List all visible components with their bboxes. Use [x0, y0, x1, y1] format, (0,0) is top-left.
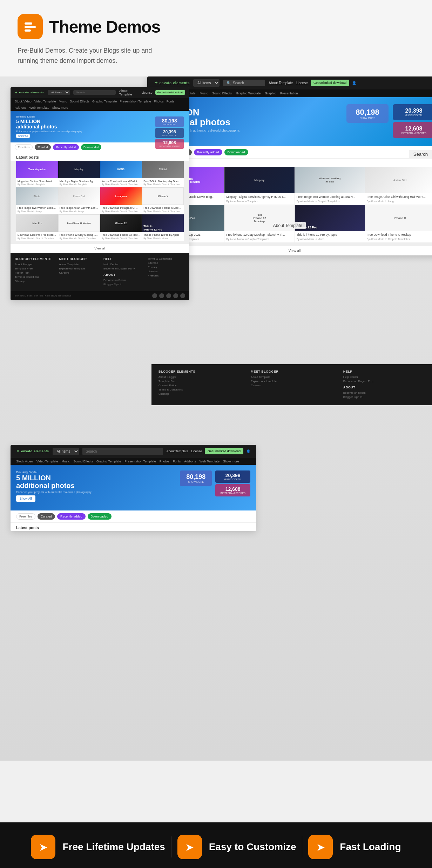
hero-btn-bottom[interactable]: Show All [16, 495, 35, 502]
footer-r-about-blogger[interactable]: About Blogger [158, 375, 240, 379]
subnav-pres-left[interactable]: Presentation Template [120, 100, 151, 103]
footer-r-terms[interactable]: Terms & Conditions [158, 388, 240, 391]
about-template-link-left[interactable]: About Template [119, 89, 139, 96]
social-dot-2[interactable] [159, 293, 164, 298]
filter-recently-bottom[interactable]: Recently added [57, 513, 86, 520]
subnav-stock-left[interactable]: Stock Video [15, 100, 32, 103]
unlimited-btn-bottom[interactable]: Get unlimited download [205, 448, 243, 454]
filter-free-left[interactable]: Free files [15, 144, 33, 150]
subnav-sound-right[interactable]: Sound Effects [212, 92, 232, 95]
subnav-graphic-right[interactable]: Graphic [265, 92, 276, 95]
footer-r-blogger-sign[interactable]: Blogger Sign In [343, 395, 425, 399]
subnav-b-graphic[interactable]: Graphic Template [96, 460, 121, 463]
about-template-bottom[interactable]: About Template [167, 449, 188, 453]
footer-r-explore[interactable]: Explore our template [251, 380, 332, 383]
grid-l-12: This isiPhone 12 Pro This is iPhone 12 P… [142, 214, 184, 241]
img-l-7: Instagram [100, 187, 142, 205]
filter-downloaded-right[interactable]: Downloaded [224, 149, 248, 155]
social-dot-1[interactable] [152, 293, 157, 298]
footer-r-careers[interactable]: Careers [251, 384, 332, 387]
all-items-dropdown-right[interactable]: All Items [193, 79, 220, 87]
subnav-music-right[interactable]: Music [200, 92, 208, 95]
all-items-dropdown-left[interactable]: All Items [48, 90, 70, 95]
footer-link-freebies[interactable]: Freebies [148, 274, 185, 277]
filter-curated-left[interactable]: Curated [35, 144, 51, 150]
footer-link-license[interactable]: License [148, 270, 185, 273]
license-bottom[interactable]: License [191, 449, 202, 453]
subnav-video-left[interactable]: Video Template [34, 100, 56, 103]
social-dot-5[interactable] [180, 293, 185, 298]
social-dot-4[interactable] [173, 293, 178, 298]
footer-r-dugem[interactable]: Become an Dugem Pa... [343, 380, 425, 383]
subnav-b-pres[interactable]: Presentation Template [124, 460, 156, 463]
screenshot-bottom: ✦ envato elements All Items About Templa… [11, 445, 256, 531]
search-bottom[interactable] [82, 448, 163, 455]
social-dot-3[interactable] [166, 293, 171, 298]
footer-r-sitemap[interactable]: Sitemap [158, 392, 240, 395]
footer-link-footer-post[interactable]: Footer Post [15, 271, 52, 274]
footer-link-terms2[interactable]: Terms & Conditions [148, 257, 185, 260]
filter-downloaded-left[interactable]: Downloaded [81, 144, 101, 150]
subnav-graphic-left[interactable]: Graphic Template [92, 100, 117, 103]
all-items-bottom[interactable]: All Items [53, 448, 79, 455]
subnav-sound-left[interactable]: Sound Effects [70, 100, 89, 103]
unlimited-btn-right[interactable]: Get unlimited download [311, 80, 349, 86]
subnav-presentation-right[interactable]: Presentation [280, 92, 298, 95]
footer-r-content[interactable]: Content Policy [158, 384, 240, 387]
svg-rect-0 [25, 22, 32, 25]
user-icon-bottom[interactable]: 👤 [246, 449, 250, 453]
footer-link-careers[interactable]: Careers [59, 271, 97, 274]
footer-link-room[interactable]: Become an Room [103, 279, 141, 282]
filters-bar-right: Free files Curated Recently added Downlo… [147, 146, 432, 159]
footer-r-room[interactable]: Become an Room [343, 391, 425, 394]
subnav-web-left[interactable]: Web Template [29, 106, 49, 109]
footer-r-template-free[interactable]: Template Free [158, 380, 240, 383]
view-all-left[interactable]: View all [11, 244, 189, 253]
subnav-b-video[interactable]: Video Template [36, 460, 58, 463]
hero-btn-left[interactable]: Show All [16, 134, 30, 138]
footer-link-template-free[interactable]: Template Free [15, 267, 52, 270]
subnav-b-web[interactable]: Web Template [200, 460, 220, 463]
envato-logo-bottom: ✦ envato elements [16, 449, 49, 454]
search-icon-right: 🔍 [227, 81, 231, 85]
footer-link-about-blogger[interactable]: About Blogger [15, 263, 52, 266]
filter-curated-bottom[interactable]: Curated [38, 513, 55, 520]
filter-free-bottom[interactable]: Free files [16, 513, 35, 520]
subnav-b-more[interactable]: Show more [223, 460, 239, 463]
subnav-b-stock[interactable]: Stock Video [16, 460, 33, 463]
footer-link-sitemap2[interactable]: Sitemap [148, 261, 185, 265]
subnav-graphic-template-right[interactable]: Graphic Template [236, 92, 261, 95]
footer-link-dugem[interactable]: Become an Dugem Party [103, 267, 141, 270]
subnav-photos-left[interactable]: Photos [154, 100, 164, 103]
user-icon-right[interactable]: 👤 [352, 81, 356, 85]
subnav-b-fonts[interactable]: Fonts [173, 460, 181, 463]
filter-recently-right[interactable]: Recently added [194, 149, 222, 155]
footer-link-help-center[interactable]: Help Center [103, 263, 141, 266]
subnav-b-music[interactable]: Music [62, 460, 70, 463]
footer-link-sitemap[interactable]: Sitemap [15, 280, 52, 283]
license-link-left[interactable]: License [142, 91, 153, 94]
footer-link-blogger-tips[interactable]: Blogger Tips In [103, 283, 141, 286]
unlimited-btn-left[interactable]: Get unlimited download [155, 90, 185, 95]
grid-img-2-right: Mieplay [224, 167, 294, 193]
footer-link-terms[interactable]: Terms & Conditions [15, 275, 52, 279]
license-link-right[interactable]: License [296, 81, 308, 85]
about-template-link-right[interactable]: About Template [269, 81, 293, 85]
subnav-b-photos[interactable]: Photos [160, 460, 169, 463]
section-title-right: Latest posts [147, 159, 432, 167]
footer-link-about-template[interactable]: About Template [59, 263, 97, 266]
subnav-b-addons[interactable]: Add-ons [184, 460, 196, 463]
footer-r-about-template[interactable]: About Template [251, 375, 332, 379]
subnav-more-left[interactable]: Show more [52, 106, 68, 109]
filter-downloaded-bottom[interactable]: Downloaded [88, 513, 112, 520]
subnav-b-sound[interactable]: Sound Effects [73, 460, 93, 463]
subnav-fonts-left[interactable]: Fonts [167, 100, 175, 103]
filter-recently-left[interactable]: Recently added [53, 144, 79, 150]
footer-link-explore[interactable]: Explore our template [59, 267, 97, 270]
footer-r-help-center[interactable]: Help Center [343, 375, 425, 379]
subnav-addons-left[interactable]: Add-ons [15, 106, 27, 109]
footer-link-privacy[interactable]: Privacy [148, 266, 185, 269]
view-all-link-right[interactable]: View all [147, 246, 432, 255]
subnav-music-left[interactable]: Music [59, 100, 67, 103]
search-input-left[interactable] [73, 90, 116, 95]
